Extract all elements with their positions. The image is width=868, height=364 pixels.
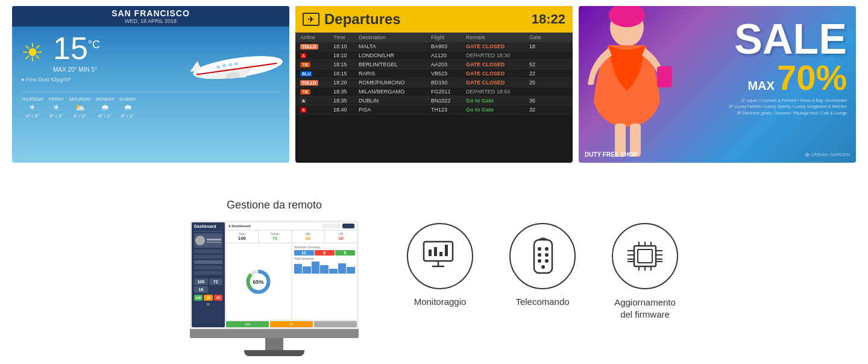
weather-minmax: MAX 20° MIN 5° <box>53 66 100 73</box>
svg-rect-33 <box>445 245 448 256</box>
weather-city: SAN FRANCISCO <box>12 8 289 18</box>
monitor-screen: Dashboard <box>190 221 359 329</box>
svg-point-41 <box>545 247 549 251</box>
dep-row-4: BLU 18:15 RARIS VB523 GATE CLOSED 22 <box>295 69 573 78</box>
feature-monitoring: Monitoraggio <box>407 223 473 307</box>
features: Monitoraggio <box>407 223 678 320</box>
firmware-icon <box>624 239 665 274</box>
svg-point-42 <box>538 253 541 257</box>
sale-bottom: DUTY FREE SHOP ⊕ URBAN GARDEN <box>585 151 850 158</box>
svg-rect-32 <box>439 252 442 256</box>
plane-decoration <box>175 42 283 99</box>
remote-management-label: Gestione da remoto <box>227 199 322 212</box>
dep-row-5: TOLLO 18:20 ROME/FIUMICINO BD150 GATE CL… <box>295 78 573 87</box>
forecast-monday: MONDAY 🌧 8° / 1° <box>96 97 114 119</box>
svg-point-43 <box>545 253 549 257</box>
svg-marker-3 <box>189 61 202 72</box>
svg-point-45 <box>545 259 549 263</box>
urban-garden-label: ⊕ URBAN GARDEN <box>805 151 850 158</box>
sale-person <box>579 6 681 163</box>
svg-rect-29 <box>424 242 453 261</box>
sun-icon: ☀ <box>21 38 44 67</box>
monitoring-circle <box>407 223 473 289</box>
svg-point-44 <box>538 259 541 263</box>
dep-row-2: A 18:10 LONDON/LHR A1120 DEPARTED 18:30 <box>295 51 573 60</box>
weather-temp: 15°C <box>53 33 100 64</box>
monitor-wrapper: Dashboard <box>190 221 359 356</box>
dep-row-6: TIE 18:35 MILAN/BERGAMO FG2011 DEPARTED … <box>295 87 573 96</box>
sale-floors: 1F Liquor / Cosmetic & Perfume / Shoes &… <box>729 98 847 116</box>
sale-percent: 70% <box>777 60 847 95</box>
feature-firmware: Aggiornamento del firmware <box>612 223 678 320</box>
svg-point-46 <box>541 265 545 269</box>
screen-sale: SALE MAX 70% 1F Liquor / Cosmetic & Perf… <box>579 6 856 163</box>
monitor-stand <box>190 329 359 338</box>
forecast-thursday: THURSDAY ☀ 9° / 3° <box>21 97 44 119</box>
svg-point-40 <box>538 247 541 251</box>
weather-header: SAN FRANCISCO WED, 18 APRIL 2018 <box>12 6 289 27</box>
forecast-saturday: SATURDAY ⛅ 9° / 2° <box>69 97 91 119</box>
svg-rect-12 <box>657 66 672 87</box>
dep-title: Departures <box>324 11 401 28</box>
remote-label: Telecomando <box>515 297 569 307</box>
duty-free-label: DUTY FREE SHOP <box>585 151 638 158</box>
firmware-circle <box>612 223 678 289</box>
svg-text:65%: 65% <box>253 279 264 285</box>
weather-date: WED, 18 APRIL 2018 <box>12 18 289 24</box>
sale-big: SALE <box>729 18 847 60</box>
feature-remote: Telecomando <box>509 223 576 307</box>
dep-col-headers: Airline Time Destination Flight Remark G… <box>295 33 573 42</box>
weather-main: ☀ 15°C MAX 20° MIN 5° <box>21 33 280 73</box>
monitor-base-area <box>190 338 359 356</box>
sale-max: MAX <box>747 79 774 93</box>
dep-row-1: TOLLO 18:10 MALTA BA903 GATE CLOSED 18 <box>295 42 573 51</box>
svg-rect-30 <box>429 249 432 256</box>
top-screens: SAN FRANCISCO WED, 18 APRIL 2018 ☀ 15°C … <box>0 0 868 163</box>
dep-row-7: A 18:35 DUBLIN BN1022 Go to Gate 35 <box>295 96 573 105</box>
monitor-neck <box>265 338 283 350</box>
monitoring-icon <box>421 239 460 274</box>
forecast-sunday: SUNDAY 🌧 8° / 1° <box>119 97 136 119</box>
firmware-label: Aggiornamento del firmware <box>614 297 676 320</box>
sale-text: SALE MAX 70% 1F Liquor / Cosmetic & Perf… <box>729 18 847 116</box>
weather-body: ☀ 15°C MAX 20° MIN 5° <box>12 27 289 125</box>
monitoring-label: Monitoraggio <box>414 297 467 307</box>
screen-weather: SAN FRANCISCO WED, 18 APRIL 2018 ☀ 15°C … <box>12 6 289 163</box>
dep-plane-icon: ✈ <box>303 13 319 26</box>
dep-row-8: A 18:40 PISA TH123 Go to Gate 32 <box>295 105 573 115</box>
dep-time: 18:22 <box>532 11 565 27</box>
screen-departures: ✈ Departures 18:22 Airline Time Destinat… <box>295 6 573 163</box>
monitor-base <box>244 350 304 356</box>
central-monitor: Gestione da remoto Dashboard <box>190 199 359 356</box>
forecast-friday: FRIDAY ☀ 6° / 2° <box>49 97 64 119</box>
dep-header: ✈ Departures 18:22 <box>295 6 573 33</box>
dep-title-area: ✈ Departures <box>303 11 401 28</box>
sale-percent-row: MAX 70% <box>729 60 847 95</box>
svg-rect-48 <box>638 249 652 263</box>
svg-rect-31 <box>434 247 437 256</box>
remote-circle <box>509 223 576 289</box>
dep-row-3: TIE 18:15 BERLIN/TEGEL AA203 GATE CLOSED… <box>295 60 573 69</box>
bottom-section: Gestione da remoto Dashboard <box>0 199 868 356</box>
remote-icon <box>526 237 559 276</box>
